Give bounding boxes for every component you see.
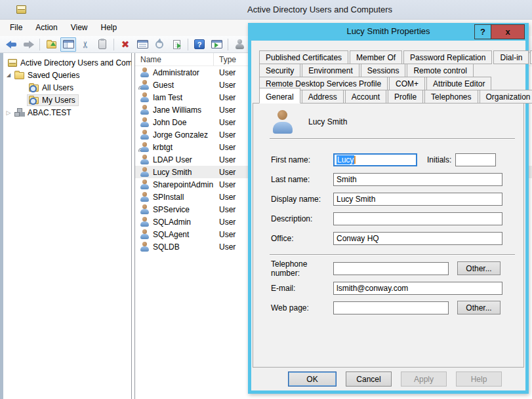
name-cell: Lucy Smith — [135, 167, 213, 177]
selected-text: Lucy — [337, 155, 354, 164]
tab-remote-control[interactable]: Remote control — [407, 64, 473, 77]
menu-action[interactable]: Action — [29, 20, 64, 36]
expanded-arrow-icon[interactable]: ◢ — [5, 72, 12, 78]
field-input-web-page[interactable] — [333, 301, 449, 314]
window-title: Active Directory Users and Computers — [247, 5, 392, 14]
tree-item-abac-test[interactable]: ▷ABAC.TEST — [3, 106, 131, 119]
type-cell: User — [213, 143, 235, 152]
cut-icon[interactable]: ✂ — [77, 37, 93, 52]
help-button[interactable]: Help — [456, 371, 502, 387]
field-label-web-page: Web page: — [271, 303, 333, 313]
menu-view[interactable]: View — [64, 20, 94, 36]
field-input-e-mail[interactable]: lsmith@conway.com — [333, 282, 502, 295]
tab-member-of[interactable]: Member Of — [350, 50, 402, 64]
tab-password-replication[interactable]: Password Replication — [403, 50, 492, 64]
dialog-close-button[interactable]: x — [491, 24, 525, 39]
back-icon[interactable] — [3, 37, 19, 52]
web-page-other-button[interactable]: Other... — [457, 301, 501, 314]
new-user-glyph — [235, 39, 244, 49]
tab-organization[interactable]: Organization — [480, 90, 532, 104]
column-header-name[interactable]: Name — [135, 55, 213, 64]
tree-item-all-users[interactable]: All Users — [3, 81, 131, 94]
delete-icon[interactable]: ✖ — [117, 37, 133, 52]
tab-com[interactable]: COM+ — [389, 77, 425, 90]
tab-dial-in[interactable]: Dial-in — [493, 50, 529, 64]
collapsed-arrow-icon[interactable]: ▷ — [5, 109, 12, 116]
properties-glyph — [137, 40, 148, 48]
tab-published-certificates[interactable]: Published Certificates — [259, 50, 348, 64]
ok-button[interactable]: OK — [288, 371, 337, 387]
new-user-icon[interactable] — [232, 37, 247, 52]
delete-x-glyph: ✖ — [121, 39, 130, 50]
tree-item-label: ABAC.TEST — [28, 108, 72, 117]
window-titlebar: Active Directory Users and Computers — [0, 0, 532, 20]
field-input-office[interactable]: Conway HQ — [333, 232, 502, 245]
tab-strip: Published CertificatesMember OfPassword … — [251, 50, 525, 104]
tab-sessions[interactable]: Sessions — [361, 64, 406, 77]
field-row-telephone-number: Telephone number:Other... — [253, 261, 523, 275]
refresh-icon[interactable] — [152, 37, 167, 52]
tab-profile[interactable]: Profile — [388, 90, 423, 104]
name-cell: Administrator — [135, 67, 213, 77]
tab-row-1: Published CertificatesMember OfPassword … — [259, 50, 522, 64]
toolbar-separator — [188, 39, 188, 50]
type-cell: User — [213, 168, 235, 177]
name-cell: LDAP User — [135, 155, 213, 164]
forward-icon[interactable] — [20, 37, 36, 52]
tab-general[interactable]: General — [259, 88, 300, 104]
user-name-text: SQLAdmin — [153, 218, 191, 227]
user-icon — [140, 155, 149, 164]
menu-file[interactable]: File — [3, 20, 29, 36]
telephone-number-other-button[interactable]: Other... — [457, 261, 501, 275]
text-caret — [354, 156, 356, 164]
menu-help[interactable]: Help — [94, 20, 124, 36]
tab-account[interactable]: Account — [345, 90, 386, 104]
new-window-glyph — [211, 40, 222, 48]
tab-environment[interactable]: Environment — [302, 64, 359, 77]
user-name-text: Iam Test — [153, 93, 182, 102]
general-fields: First name:LucyInitials:Last name:SmithD… — [253, 143, 523, 314]
tab-address[interactable]: Address — [302, 90, 344, 104]
field-input-initials[interactable] — [455, 153, 496, 166]
help-question-glyph: ? — [194, 39, 205, 49]
new-window-icon[interactable] — [209, 37, 224, 52]
tab-telephones[interactable]: Telephones — [424, 90, 478, 104]
user-icon — [140, 117, 149, 127]
name-cell: John Doe — [135, 117, 213, 127]
help-icon[interactable]: ? — [192, 37, 207, 52]
user-name-text: Administrator — [153, 68, 199, 77]
field-input-description[interactable] — [333, 212, 502, 225]
tab-security[interactable]: Security — [259, 64, 300, 77]
field-input-telephone-number[interactable] — [333, 262, 449, 275]
properties-icon[interactable] — [134, 37, 150, 52]
dialog-help-button[interactable]: ? — [474, 24, 491, 39]
tree-item-saved-queries[interactable]: ◢Saved Queries — [3, 69, 131, 81]
folder-icon — [14, 72, 24, 79]
up-one-level-icon[interactable] — [43, 37, 59, 52]
tree-item-body: Saved Queries — [12, 69, 83, 81]
field-row-description: Description: — [253, 212, 523, 225]
field-label-telephone-number: Telephone number: — [271, 259, 333, 278]
field-label-last-name: Last name: — [271, 175, 333, 184]
cancel-button[interactable]: Cancel — [346, 371, 392, 387]
type-cell: User — [213, 105, 235, 115]
tab-attribute-editor[interactable]: Attribute Editor — [426, 77, 491, 90]
account-disabled-badge-icon — [138, 86, 144, 90]
field-input-first-name[interactable]: Lucy — [333, 153, 417, 166]
field-label-office: Office: — [271, 234, 333, 243]
field-input-display-name[interactable]: Lucy Smith — [333, 193, 502, 206]
user-disabled-icon — [140, 80, 149, 90]
user-icon — [140, 217, 149, 227]
saved-query-icon — [29, 97, 39, 104]
show-console-tree-icon[interactable] — [60, 37, 76, 52]
user-icon — [140, 67, 149, 77]
export-list-icon[interactable] — [169, 37, 184, 52]
tree-item-my-users[interactable]: My Users — [3, 94, 131, 106]
paste-icon[interactable] — [94, 37, 110, 52]
tree-item-active-directory-users-and-com[interactable]: Active Directory Users and Com — [3, 56, 131, 69]
field-input-last-name[interactable]: Smith — [333, 173, 502, 186]
user-name-text: SPInstall — [153, 193, 184, 202]
apply-button[interactable]: Apply — [401, 371, 447, 387]
dialog-action-buttons: OKCancelApplyHelp — [251, 371, 525, 387]
export-list-glyph — [173, 40, 180, 49]
